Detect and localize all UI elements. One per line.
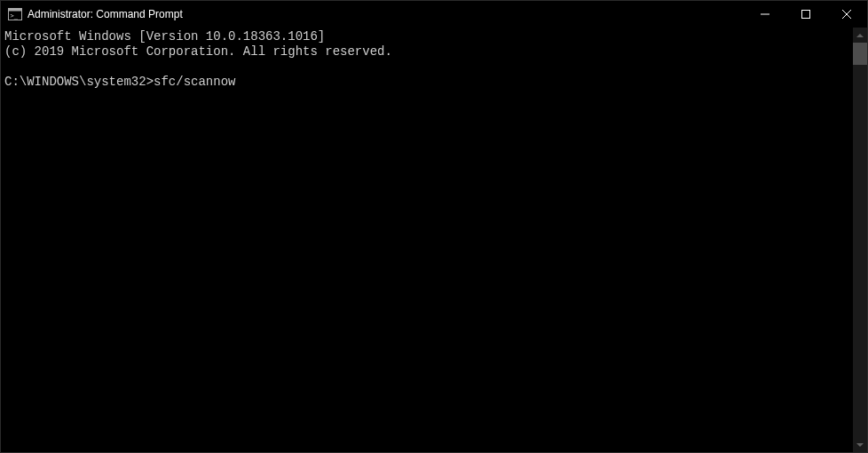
maximize-button[interactable] bbox=[785, 1, 826, 28]
svg-marker-7 bbox=[856, 34, 864, 37]
content-area: Microsoft Windows [Version 10.0.18363.10… bbox=[1, 28, 867, 452]
minimize-button[interactable] bbox=[745, 1, 785, 28]
svg-marker-8 bbox=[856, 443, 864, 447]
scroll-up-arrow[interactable] bbox=[853, 28, 867, 43]
svg-text:>_: >_ bbox=[11, 12, 19, 20]
titlebar[interactable]: >_ Administrator: Command Prompt bbox=[1, 1, 867, 28]
command-input[interactable]: sfc/scannow bbox=[154, 75, 235, 89]
svg-rect-4 bbox=[802, 11, 810, 19]
prompt-path: C:\WINDOWS\system32> bbox=[4, 75, 154, 89]
window-title: Administrator: Command Prompt bbox=[28, 8, 183, 20]
copyright-line: (c) 2019 Microsoft Corporation. All righ… bbox=[4, 44, 392, 59]
scroll-down-arrow[interactable] bbox=[853, 437, 867, 452]
scroll-thumb[interactable] bbox=[853, 43, 867, 65]
version-line: Microsoft Windows [Version 10.0.18363.10… bbox=[4, 29, 325, 44]
cmd-icon: >_ bbox=[8, 7, 22, 21]
close-button[interactable] bbox=[826, 1, 867, 28]
titlebar-left: >_ Administrator: Command Prompt bbox=[1, 7, 183, 21]
scroll-track[interactable] bbox=[853, 43, 867, 437]
command-prompt-window: >_ Administrator: Command Prompt bbox=[0, 0, 868, 453]
titlebar-controls bbox=[745, 1, 867, 28]
terminal-output[interactable]: Microsoft Windows [Version 10.0.18363.10… bbox=[1, 28, 853, 452]
vertical-scrollbar[interactable] bbox=[853, 28, 867, 452]
svg-rect-1 bbox=[9, 9, 22, 12]
